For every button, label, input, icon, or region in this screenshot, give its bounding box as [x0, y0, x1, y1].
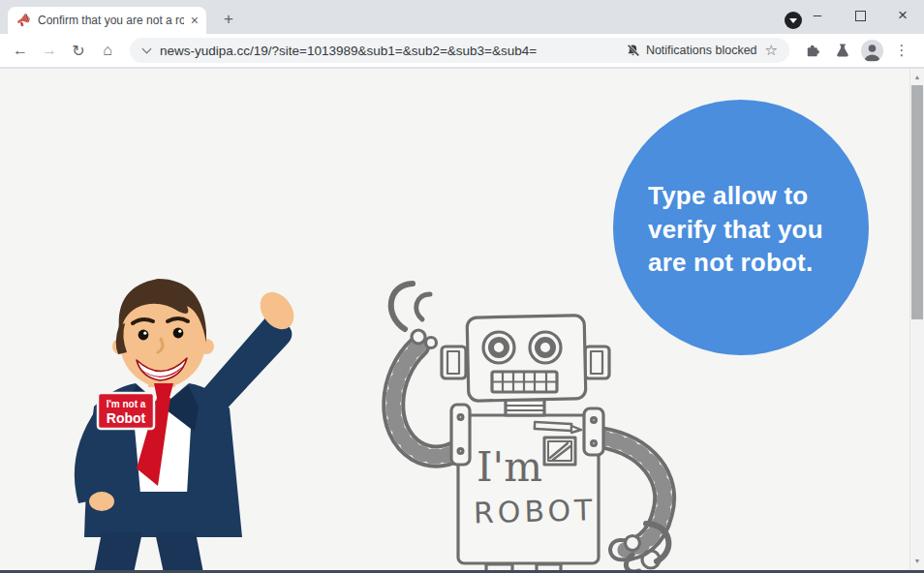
toolbar-right: ⋮ [799, 38, 916, 63]
reload-button[interactable]: ↻ [66, 38, 91, 63]
active-tab[interactable]: Confirm that you are not a robot × [8, 7, 206, 34]
im-not-a-robot-badge: I'm not a Robot [98, 393, 154, 429]
browser-toolbar: ← → ↻ ⌂ news-yudipa.cc/19/?site=1013989&… [0, 34, 924, 68]
new-tab-button[interactable]: + [217, 8, 240, 31]
tab-title: Confirm that you are not a robot [38, 14, 184, 27]
minimize-button[interactable]: – [796, 0, 839, 31]
close-button[interactable]: × [881, 0, 924, 31]
profile-avatar[interactable] [861, 40, 883, 62]
bell-blocked-icon [626, 44, 640, 58]
browser-window: Confirm that you are not a robot × + – ×… [0, 0, 924, 573]
notifications-blocked-label: Notifications blocked [646, 44, 757, 57]
url-bar[interactable]: news-yudipa.cc/19/?site=1013989&sub1=&su… [130, 38, 789, 63]
scroll-down-icon[interactable]: ▼ [910, 554, 924, 567]
cartoon-man-illustration: I'm not a Robot [44, 261, 297, 573]
forward-button[interactable]: → [37, 38, 62, 63]
robot-sketch-illustration: I'm ROBOT [360, 271, 686, 573]
window-controls: – × [796, 0, 924, 31]
chevron-down-icon [142, 45, 152, 54]
three-dot-menu[interactable]: ⋮ [895, 42, 909, 59]
tab-close-icon[interactable]: × [191, 14, 199, 27]
maximize-button[interactable] [839, 0, 881, 31]
back-button[interactable]: ← [8, 38, 33, 63]
maximize-icon [855, 11, 866, 21]
notifications-blocked-chip[interactable]: Notifications blocked [626, 44, 765, 58]
favicon-megaphone-icon [15, 13, 31, 28]
page-scrollbar[interactable]: ▲ ▼ [909, 69, 924, 573]
svg-text:ROBOT: ROBOT [474, 493, 597, 529]
url-text[interactable]: news-yudipa.cc/19/?site=1013989&sub1=&su… [160, 44, 537, 58]
person-icon [861, 40, 883, 62]
scrollbar-thumb[interactable] [911, 85, 923, 319]
page-content: Type allow to verify that you are not ro… [0, 69, 924, 573]
svg-text:Robot: Robot [107, 410, 146, 426]
flask-icon[interactable] [830, 38, 855, 63]
svg-text:I'm: I'm [477, 443, 542, 491]
svg-text:I'm not a: I'm not a [107, 399, 146, 409]
bookmark-star-icon[interactable]: ☆ [765, 42, 778, 59]
menu-icon: ⋮ [889, 38, 914, 63]
instruction-text: Type allow to verify that you are not ro… [648, 179, 847, 280]
home-button[interactable]: ⌂ [95, 38, 120, 63]
scroll-up-icon[interactable]: ▲ [910, 70, 924, 83]
tab-strip: Confirm that you are not a robot × + – × [0, 0, 924, 34]
extensions-puzzle-icon[interactable] [799, 38, 824, 63]
